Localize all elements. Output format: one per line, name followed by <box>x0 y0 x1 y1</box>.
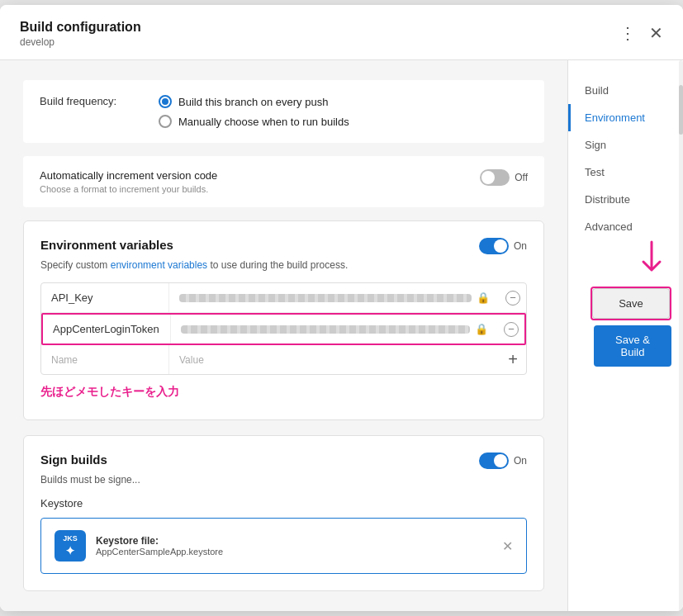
env-card-header: Environment variables On <box>40 238 527 254</box>
toggle-knob-sign <box>494 454 507 467</box>
env-card-title: Environment variables <box>40 238 173 252</box>
sidebar-item-build[interactable]: Build <box>568 77 683 104</box>
sign-card-header: Sign builds On <box>40 453 527 469</box>
build-frequency-label: Build frequency: <box>40 95 139 107</box>
keystore-file-info: Keystore file: AppCenterSampleApp.keysto… <box>96 535 223 557</box>
build-frequency-section: Build frequency: Build this branch on ev… <box>23 80 544 143</box>
sidebar-item-distribute[interactable]: Distribute <box>568 186 683 213</box>
remove-api-key-button[interactable]: − <box>505 291 520 306</box>
annotation-text: 先ほどメモしたキーを入力 <box>40 385 179 400</box>
save-button[interactable]: Save <box>592 288 670 319</box>
dialog-body: Build frequency: Build this branch on ev… <box>0 60 683 611</box>
keystore-file-box: JKS ✦ Keystore file: AppCenterSampleApp.… <box>40 518 527 574</box>
arrow-indicator <box>635 240 671 282</box>
dialog-subtitle: develop <box>20 36 141 48</box>
dialog-header: Build configuration develop ⋮ ✕ <box>0 5 683 60</box>
env-value-masked-appcenter <box>181 325 470 334</box>
sidebar-item-advanced[interactable]: Advanced <box>568 213 683 240</box>
sidebar-item-sign[interactable]: Sign <box>568 131 683 159</box>
env-actions-add: + <box>500 350 526 369</box>
env-name-api-key: API_Key <box>41 283 169 312</box>
version-code-section: Automatically increment version code Cho… <box>23 156 544 207</box>
env-value-api-key: 🔒 <box>169 283 500 312</box>
radio-circle-push <box>159 95 172 108</box>
env-row-empty: Name Value + <box>41 345 526 374</box>
env-value-placeholder: Value <box>169 346 500 374</box>
lock-icon-api: 🔒 <box>477 291 490 304</box>
sign-card-title: Sign builds <box>40 453 107 467</box>
header-actions: ⋮ ✕ <box>616 21 666 45</box>
radio-label-manual: Manually choose when to run builds <box>178 116 349 128</box>
env-value-appcenter: 🔒 <box>171 315 498 344</box>
env-row-highlighted: AppCenterLoginToken 🔒 − <box>41 313 526 345</box>
jks-label: JKS <box>63 534 78 543</box>
sign-toggle-wrap: On <box>479 453 527 469</box>
keystore-file-left: JKS ✦ Keystore file: AppCenterSampleApp.… <box>55 530 223 562</box>
sidebar-bottom-area: Save Save & Build <box>568 240 683 595</box>
env-table: API_Key 🔒 − AppCenterLoginToken <box>40 282 527 375</box>
env-toggle-label: On <box>514 240 527 252</box>
annotation-area: 先ほどメモしたキーを入力 <box>40 381 527 403</box>
version-desc: Choose a format to increment your builds… <box>40 184 217 194</box>
radio-circle-manual <box>159 115 172 128</box>
keystore-file-name: AppCenterSampleApp.keystore <box>96 547 223 557</box>
jks-star: ✦ <box>65 544 75 558</box>
version-title: Automatically increment version code <box>40 169 217 182</box>
env-name-placeholder: Name <box>41 345 169 374</box>
version-toggle[interactable] <box>480 169 510 186</box>
close-button[interactable]: ✕ <box>646 21 666 45</box>
version-toggle-wrap: Off <box>480 169 528 186</box>
radio-every-push[interactable]: Build this branch on every push <box>159 95 349 108</box>
env-variables-card: Environment variables On Specify custom … <box>23 220 544 420</box>
remove-keystore-button[interactable]: ✕ <box>502 538 513 554</box>
scrollbar-thumb[interactable] <box>679 85 683 135</box>
save-and-build-button[interactable]: Save & Build <box>594 325 671 367</box>
build-configuration-dialog: Build configuration develop ⋮ ✕ Build fr… <box>0 5 683 611</box>
value-placeholder-text: Value <box>179 354 204 366</box>
sign-toggle-label: On <box>514 455 527 467</box>
down-arrow-icon <box>635 240 668 282</box>
sidebar: Build Environment Sign Test Distribute A… <box>567 60 683 611</box>
sidebar-item-test[interactable]: Test <box>568 159 683 186</box>
keystore-file-label: Keystore file: <box>96 535 223 547</box>
sidebar-item-environment[interactable]: Environment <box>568 104 683 131</box>
name-placeholder-text: Name <box>51 354 78 366</box>
version-left: Automatically increment version code Cho… <box>40 169 217 194</box>
env-value-masked-api <box>179 294 472 302</box>
scrollbar-track <box>679 60 683 611</box>
radio-manually[interactable]: Manually choose when to run builds <box>159 115 349 128</box>
env-card-desc: Specify custom environment variables to … <box>40 259 527 271</box>
version-toggle-label: Off <box>515 172 528 183</box>
more-options-button[interactable]: ⋮ <box>616 21 639 45</box>
env-toggle[interactable] <box>479 238 509 254</box>
lock-icon-appcenter: 🔒 <box>475 323 488 335</box>
toggle-knob <box>481 171 495 184</box>
build-frequency-options: Build this branch on every push Manually… <box>159 95 349 128</box>
main-content: Build frequency: Build this branch on ev… <box>0 60 567 611</box>
sign-card-desc: Builds must be signe... <box>40 474 527 486</box>
add-env-variable-button[interactable]: + <box>508 350 518 369</box>
remove-appcenter-button[interactable]: − <box>504 322 519 337</box>
radio-label-push: Build this branch on every push <box>178 96 328 108</box>
save-button-highlight: Save <box>591 287 671 320</box>
jks-icon: JKS ✦ <box>55 530 86 562</box>
env-row: API_Key 🔒 − <box>41 283 526 313</box>
env-desc-suffix: to use during the build process. <box>207 259 348 271</box>
env-name-appcenter: AppCenterLoginToken <box>43 315 171 344</box>
sign-builds-card: Sign builds On Builds must be signe... K… <box>23 435 544 591</box>
env-desc-link[interactable]: environment variables <box>111 259 207 271</box>
keystore-label: Keystore <box>40 497 527 509</box>
dialog-title: Build configuration <box>20 20 141 35</box>
env-actions-api: − <box>500 291 526 306</box>
env-toggle-wrap: On <box>479 238 527 254</box>
env-desc-prefix: Specify custom <box>40 259 111 271</box>
version-right: Off <box>480 169 528 186</box>
title-area: Build configuration develop <box>20 20 141 48</box>
env-actions-appcenter: − <box>498 322 524 337</box>
sign-toggle[interactable] <box>479 453 509 469</box>
toggle-knob-env <box>494 239 507 253</box>
